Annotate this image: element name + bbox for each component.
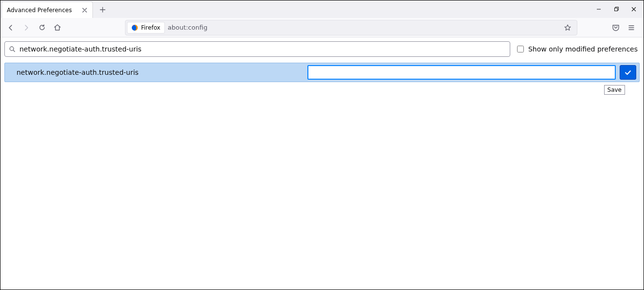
- pocket-button[interactable]: [608, 20, 623, 35]
- bookmark-button[interactable]: [561, 21, 574, 34]
- pocket-icon: [612, 24, 620, 32]
- star-icon: [564, 24, 572, 32]
- pref-value-input[interactable]: [307, 65, 616, 80]
- close-window-button[interactable]: [625, 2, 643, 16]
- save-tooltip: Save: [604, 85, 625, 95]
- close-icon: [82, 8, 87, 13]
- search-row: Show only modified preferences: [4, 41, 640, 57]
- show-modified-toggle[interactable]: Show only modified preferences: [515, 44, 640, 54]
- home-button[interactable]: [50, 20, 65, 35]
- window-controls: [590, 0, 643, 18]
- search-icon: [9, 46, 16, 52]
- forward-button[interactable]: [19, 20, 34, 35]
- firefox-icon: [131, 24, 138, 31]
- pref-name: network.negotiate-auth.trusted-uris: [17, 68, 304, 76]
- maximize-icon: [614, 7, 619, 12]
- save-pref-button[interactable]: [620, 65, 636, 80]
- maximize-button[interactable]: [608, 2, 625, 16]
- reload-icon: [38, 24, 46, 31]
- pref-search-box[interactable]: [4, 41, 510, 57]
- pref-row: network.negotiate-auth.trusted-uris: [4, 63, 640, 82]
- new-tab-button[interactable]: [96, 3, 109, 17]
- plus-icon: [100, 7, 106, 13]
- pref-search-input[interactable]: [18, 45, 506, 53]
- back-button[interactable]: [3, 20, 18, 35]
- app-menu-button[interactable]: [624, 20, 639, 35]
- url-bar[interactable]: Firefox about:config: [125, 20, 577, 35]
- close-icon: [631, 7, 636, 12]
- hamburger-icon: [628, 24, 635, 31]
- show-modified-checkbox[interactable]: [517, 46, 524, 52]
- tab-strip: Advanced Preferences: [0, 0, 644, 18]
- check-icon: [624, 68, 632, 76]
- url-text: about:config: [168, 24, 561, 31]
- identity-box[interactable]: Firefox: [127, 22, 165, 34]
- nav-toolbar: Firefox about:config: [0, 18, 644, 37]
- about-config-content: Show only modified preferences network.n…: [0, 37, 644, 290]
- arrow-left-icon: [7, 24, 15, 32]
- identity-label: Firefox: [141, 24, 161, 31]
- home-icon: [54, 24, 61, 32]
- browser-tab[interactable]: Advanced Preferences: [1, 1, 93, 18]
- reload-button[interactable]: [35, 20, 49, 35]
- arrow-right-icon: [22, 24, 30, 32]
- svg-rect-0: [615, 8, 618, 11]
- tab-title: Advanced Preferences: [7, 7, 81, 14]
- minimize-icon: [596, 7, 601, 12]
- close-tab-button[interactable]: [81, 6, 89, 14]
- show-modified-label: Show only modified preferences: [528, 45, 638, 53]
- minimize-button[interactable]: [590, 2, 608, 16]
